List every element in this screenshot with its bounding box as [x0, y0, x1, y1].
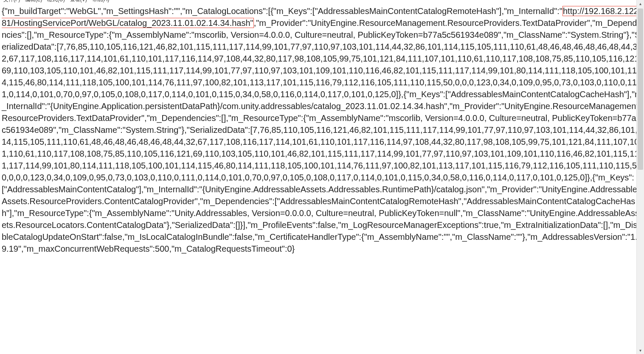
scroll-thumb[interactable] [638, 8, 643, 170]
json-part-before: {"m_buildTarget":"WebGL","m_SettingsHash… [2, 6, 562, 16]
json-part-after: ,"m_Provider":"UnityEngine.ResourceManag… [2, 18, 642, 253]
menubar[interactable]: 文件(F) 编辑(E) 格式(O) 查看(V) 帮助(H) [0, 0, 644, 3]
menu-format[interactable]: 格式(O) [45, 0, 66, 3]
menu-file[interactable]: 文件(F) [2, 0, 22, 3]
menu-help[interactable]: 帮助(H) [90, 0, 111, 3]
vertical-scrollbar[interactable]: ▴ ▾ [636, 0, 644, 256]
menu-view[interactable]: 查看(V) [68, 0, 89, 3]
scroll-up-arrow[interactable]: ▴ [637, 0, 644, 7]
menu-edit[interactable]: 编辑(E) [23, 0, 44, 3]
text-content[interactable]: {"m_buildTarget":"WebGL","m_SettingsHash… [0, 3, 644, 256]
